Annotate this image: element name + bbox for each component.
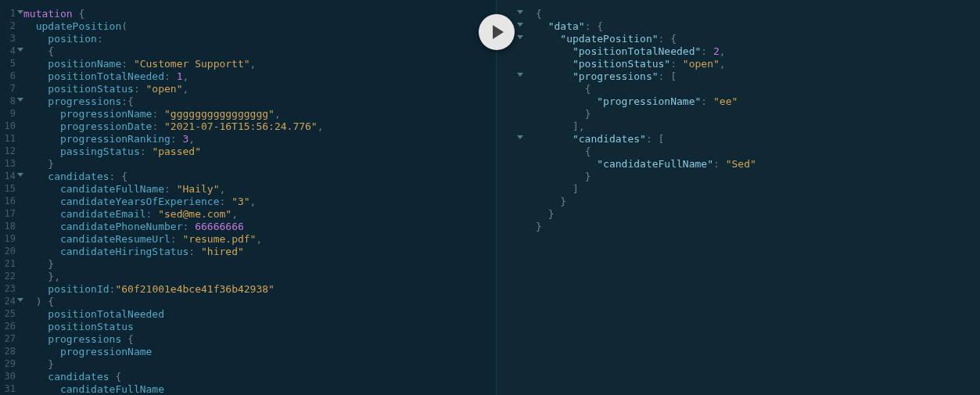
token-key: "progressions" [573, 70, 659, 82]
token-plain [536, 33, 560, 45]
code-line[interactable]: candidateYearsOfExperience: "3", [23, 196, 496, 208]
line-number: 26 [0, 321, 20, 333]
query-editor-pane[interactable]: 1234567891011121314151617181920212223242… [0, 0, 497, 395]
token-plain [23, 145, 60, 157]
fold-icon[interactable] [517, 23, 523, 27]
fold-icon[interactable] [17, 98, 23, 102]
token-plain [23, 33, 48, 45]
code-line[interactable]: { [23, 45, 496, 58]
token-field: progressionDate [60, 120, 152, 132]
token-plain [23, 208, 60, 220]
token-field: candidateEmail [60, 208, 146, 220]
code-line[interactable]: }, [23, 271, 496, 283]
token-key: "candidates" [573, 133, 646, 145]
token-punc: , [318, 120, 324, 132]
code-line[interactable]: positionStatus [23, 321, 496, 333]
token-punc: ], [573, 120, 585, 132]
token-plain [536, 83, 585, 95]
token-punc: , [219, 183, 225, 195]
line-number: 5 [0, 58, 20, 70]
code-line[interactable]: positionTotalNeeded: 1, [23, 70, 496, 83]
line-number: 22 [0, 271, 20, 283]
play-icon [491, 24, 505, 40]
code-line[interactable]: progressionDate: "2021-07-16T15:56:24.77… [23, 120, 496, 133]
token-plain [23, 20, 36, 32]
code-line[interactable]: position: [23, 33, 496, 45]
token-plain [23, 346, 60, 357]
line-number: 20 [0, 246, 20, 258]
token-punc: } [560, 196, 566, 207]
code-line[interactable]: candidateHiringStatus: "hired" [23, 246, 496, 258]
fold-icon[interactable] [517, 35, 523, 39]
code-line[interactable]: candidatePhoneNumber: 66666666 [23, 221, 496, 233]
token-punc: { [585, 145, 591, 157]
token-plain [23, 70, 48, 82]
token-punc: } [585, 171, 591, 182]
token-plain [536, 108, 585, 120]
code-line[interactable]: candidateFullName: "Haily", [23, 183, 496, 196]
fold-icon[interactable] [517, 73, 523, 77]
token-field: positionStatus [48, 83, 134, 95]
fold-icon[interactable] [17, 298, 23, 302]
token-plain [536, 158, 597, 170]
token-str: "passed" [152, 145, 201, 157]
token-plain [23, 258, 48, 270]
token-field: candidates [48, 171, 109, 182]
token-str: "resume.pdf" [183, 233, 257, 245]
token-punc: : [670, 58, 683, 70]
token-field: positionTotalNeeded [48, 70, 164, 82]
code-line[interactable]: candidateFullName [23, 383, 496, 395]
token-str: "gggggggggggggggg" [164, 108, 275, 120]
query-editor-code[interactable]: mutation { updatePosition( position: { p… [0, 8, 496, 395]
line-number: 27 [0, 333, 20, 346]
code-line: "candidateFullName": "Sed" [536, 158, 980, 171]
token-key: "updatePosition" [560, 33, 658, 45]
code-line[interactable]: progressionRanking: 3, [23, 133, 496, 145]
response-fold-gutter [512, 8, 533, 233]
execute-query-button[interactable] [479, 14, 515, 50]
code-line[interactable]: positionTotalNeeded [23, 308, 496, 321]
code-line[interactable]: passingStatus: "passed" [23, 145, 496, 158]
code-line[interactable]: candidateResumeUrl: "resume.pdf", [23, 233, 496, 246]
code-line[interactable]: progressionName: "gggggggggggggggg", [23, 108, 496, 120]
token-plain [536, 70, 573, 82]
token-key: "positionStatus" [573, 58, 670, 70]
token-punc: : [701, 45, 713, 57]
token-punc: : [ [659, 70, 677, 82]
code-line[interactable]: positionId:"60f21001e4bce41f36b42938" [23, 283, 496, 296]
token-str: "Sed" [726, 158, 756, 170]
token-field: candidatePhoneNumber [60, 221, 183, 232]
code-line[interactable]: positionName: "Customer Supportt", [23, 58, 496, 70]
code-line[interactable]: } [23, 258, 496, 271]
code-line[interactable]: progressions:{ [23, 95, 496, 108]
token-str: "2021-07-16T15:56:24.776" [164, 120, 318, 132]
code-line[interactable]: positionStatus: "open", [23, 83, 496, 95]
token-plain [23, 308, 48, 320]
line-number: 18 [0, 221, 20, 233]
fold-icon[interactable] [517, 135, 523, 139]
token-plain [23, 133, 60, 145]
token-punc: , [256, 233, 262, 245]
token-punc: : [121, 58, 134, 70]
fold-icon[interactable] [17, 173, 23, 177]
fold-icon[interactable] [17, 10, 23, 14]
fold-icon[interactable] [517, 10, 523, 14]
code-line[interactable]: mutation { [23, 8, 496, 20]
fold-icon[interactable] [17, 48, 23, 52]
code-line[interactable]: } [23, 158, 496, 171]
token-plain [23, 120, 60, 132]
token-punc: } [548, 208, 555, 220]
code-line[interactable]: } [23, 358, 496, 371]
code-line[interactable]: candidates: { [23, 171, 496, 183]
code-line: "updatePosition": { [536, 33, 980, 45]
code-line[interactable]: progressionName [23, 346, 496, 358]
code-line[interactable]: ) { [23, 296, 496, 308]
line-number: 9 [0, 108, 20, 120]
code-line[interactable]: updatePosition( [23, 20, 496, 33]
code-line[interactable]: candidateEmail: "sed@me.com", [23, 208, 496, 221]
token-plain [23, 296, 36, 307]
token-plain [23, 83, 48, 95]
code-line[interactable]: candidates { [23, 371, 496, 383]
code-line[interactable]: progressions { [23, 333, 496, 346]
token-punc: , [720, 58, 726, 70]
